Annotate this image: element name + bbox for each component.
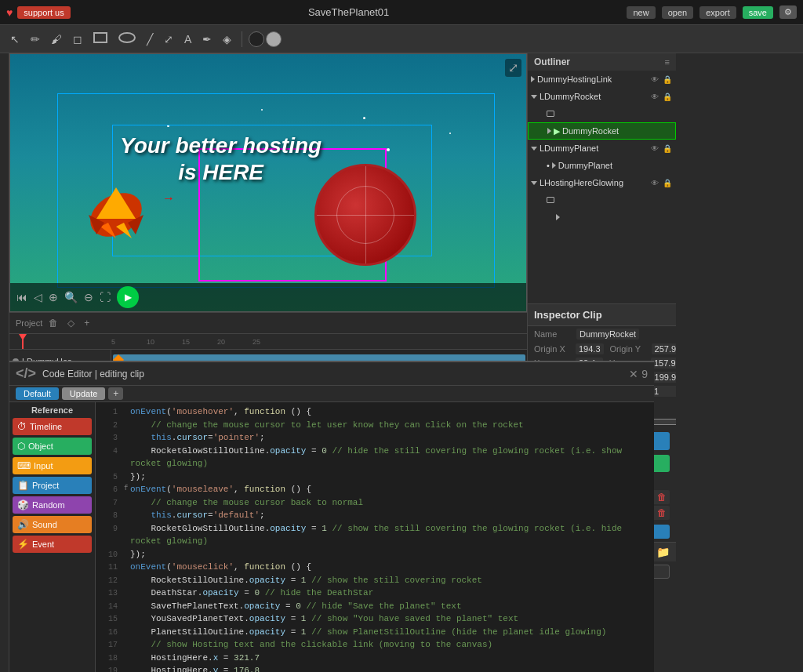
window-title: SaveThePlanet01 bbox=[308, 6, 389, 18]
save-button[interactable]: save bbox=[743, 6, 773, 19]
outliner-label-dummyplanet: DummyPlanet bbox=[558, 161, 612, 170]
step-back-icon[interactable]: ◁ bbox=[34, 291, 42, 303]
new-button[interactable]: new bbox=[627, 6, 655, 19]
outliner-ldummyplanet[interactable]: LDummyPlanet 👁 🔒 bbox=[528, 140, 676, 157]
pen-tool[interactable]: ✒ bbox=[198, 31, 216, 48]
outliner-dummyrocket[interactable]: ▶ DummyRocket bbox=[528, 122, 676, 140]
expand-ldummyrocket bbox=[531, 95, 537, 99]
line-number-17: 17 bbox=[102, 638, 118, 651]
ref-input-label: Input bbox=[34, 461, 53, 470]
ref-random-btn[interactable]: 🎲 Random bbox=[13, 496, 92, 514]
line-f-4 bbox=[124, 445, 130, 445]
playhead[interactable] bbox=[22, 334, 24, 349]
outliner-header: Outliner ≡ bbox=[528, 53, 676, 71]
add-tab-button[interactable]: + bbox=[108, 387, 123, 400]
origin-y-value[interactable]: 257.9 bbox=[652, 343, 676, 354]
canvas-main-text: Your better hosting is HERE bbox=[120, 133, 322, 185]
ref-timeline-btn[interactable]: ⏱ Timeline bbox=[13, 418, 92, 435]
eye-btn-1[interactable]: 👁 bbox=[650, 75, 659, 84]
scale-h-value[interactable]: 1 bbox=[651, 386, 676, 397]
close-editor-button[interactable]: ✕ 9 bbox=[629, 368, 648, 380]
outliner-sub2[interactable] bbox=[528, 209, 676, 226]
line-f-17 bbox=[124, 638, 130, 639]
timeline-ruler: 5 10 15 20 25 bbox=[9, 334, 527, 350]
star-5 bbox=[387, 148, 390, 151]
text-tool[interactable]: A bbox=[180, 31, 195, 48]
eye-btn-2[interactable]: 👁 bbox=[650, 93, 659, 101]
line-f-14 bbox=[124, 600, 130, 601]
ref-object-btn[interactable]: ⬡ Object bbox=[13, 438, 92, 455]
ref-project-btn[interactable]: 📋 Project bbox=[13, 477, 92, 494]
skip-back-icon[interactable]: ⏮ bbox=[16, 291, 27, 303]
inspector-header: Inspector Clip bbox=[528, 304, 676, 326]
line-code-19: HostingHere.y = 176.8 bbox=[130, 664, 648, 672]
tab-default[interactable]: Default bbox=[16, 387, 59, 400]
eye-btn-3[interactable]: 👁 bbox=[650, 144, 659, 153]
ref-event-btn[interactable]: ⚡ Event bbox=[13, 536, 92, 553]
code-content[interactable]: 1 onEvent('mousehover', function () {2 /… bbox=[96, 402, 654, 672]
outliner-lhostinghere[interactable]: LHostingHereGlowing 👁 🔒 bbox=[528, 174, 676, 191]
asset-folder-button[interactable]: 📁 bbox=[656, 546, 670, 558]
inspector-name-value[interactable]: DummyRocket bbox=[576, 329, 639, 340]
lock-btn-1[interactable]: 🔒 bbox=[662, 75, 673, 84]
canvas-text-line2: is HERE bbox=[120, 159, 322, 186]
support-button[interactable]: support us bbox=[17, 6, 70, 19]
canvas-viewport[interactable]: → Your better hosting is HERE ⤢ ⏮ ◁ ⊕ 🔍 … bbox=[9, 53, 527, 312]
ellipse-tool[interactable] bbox=[114, 30, 140, 48]
timeline-settings-btn[interactable]: ◇ bbox=[64, 316, 78, 330]
pencil-tool[interactable]: ✏ bbox=[27, 31, 44, 48]
object-ref-icon: ⬡ bbox=[17, 441, 25, 452]
script-default-delete[interactable]: 🗑 bbox=[657, 492, 667, 503]
foreground-color[interactable] bbox=[249, 31, 264, 47]
height-value[interactable]: 199.9 bbox=[652, 372, 676, 383]
rocket-object[interactable]: → bbox=[65, 176, 167, 246]
transform-tool[interactable]: ⤢ bbox=[160, 31, 177, 48]
lock-btn-3[interactable]: 🔒 bbox=[662, 144, 673, 153]
canvas-expand-button[interactable]: ⤢ bbox=[505, 59, 521, 77]
line-number-16: 16 bbox=[102, 626, 118, 638]
settings-button[interactable]: ⚙ bbox=[779, 5, 797, 19]
export-button[interactable]: export bbox=[699, 6, 736, 19]
select-tool[interactable]: ↖ bbox=[6, 31, 24, 48]
outliner-dummyplanet[interactable]: • DummyPlanet bbox=[528, 157, 676, 174]
ref-sound-btn[interactable]: 🔊 Sound bbox=[13, 516, 92, 533]
paint-tool[interactable]: ◈ bbox=[219, 31, 235, 48]
play-button[interactable]: ▶ bbox=[117, 286, 139, 308]
zoom-icon[interactable]: 🔍 bbox=[64, 291, 78, 303]
eraser-tool[interactable]: ◻ bbox=[69, 31, 86, 48]
origin-x-value[interactable]: 194.3 bbox=[576, 343, 604, 354]
open-button[interactable]: open bbox=[662, 6, 693, 19]
timeline-add-btn[interactable]: + bbox=[81, 316, 93, 330]
lock-btn-4[interactable]: 🔒 bbox=[662, 179, 673, 187]
line-code-6: onEvent('mouseleave', function () { bbox=[130, 483, 648, 496]
ref-input-btn[interactable]: ⌨ Input bbox=[13, 457, 92, 474]
minus-icon[interactable]: ⊖ bbox=[84, 291, 93, 303]
planet-object[interactable] bbox=[314, 164, 416, 266]
outliner-ldummyrocket[interactable]: LDummyRocket 👁 🔒 bbox=[528, 88, 676, 105]
random-ref-icon: 🎲 bbox=[17, 499, 29, 510]
keyframe-icon bbox=[547, 111, 554, 117]
playhead-top bbox=[19, 334, 27, 340]
brush-tool[interactable]: 🖌 bbox=[47, 31, 66, 48]
script-update-delete[interactable]: 🗑 bbox=[657, 507, 667, 518]
background-color[interactable] bbox=[266, 31, 282, 47]
timeline-delete-btn[interactable]: 🗑 bbox=[45, 316, 61, 330]
heart-icon: ♥ bbox=[6, 6, 13, 19]
outliner-dummyhostinglink[interactable]: DummyHostingLink 👁 🔒 bbox=[528, 71, 676, 88]
star-1 bbox=[167, 125, 169, 127]
toolbar-separator bbox=[242, 31, 242, 47]
line-code-12: RocketStillOutline.opacity = 1 // show t… bbox=[130, 574, 648, 587]
eye-btn-4[interactable]: 👁 bbox=[650, 179, 659, 187]
outliner-sub1 bbox=[528, 191, 676, 209]
ruler-mark-5: 5 bbox=[111, 338, 147, 346]
code-line-8: 8 this.cursor='default'; bbox=[96, 509, 654, 522]
outliner: Outliner ≡ DummyHostingLink 👁 🔒 L bbox=[528, 53, 676, 304]
rect-tool[interactable] bbox=[89, 30, 111, 48]
line-f-10 bbox=[124, 548, 130, 549]
lock-btn-2[interactable]: 🔒 bbox=[662, 93, 673, 101]
nav-icon[interactable]: ⊕ bbox=[49, 291, 58, 303]
y-value[interactable]: 157.9 bbox=[651, 358, 676, 369]
expand-icon[interactable]: ⛶ bbox=[100, 291, 111, 303]
line-tool[interactable]: ╱ bbox=[143, 31, 157, 48]
tab-update[interactable]: Update bbox=[62, 387, 105, 400]
